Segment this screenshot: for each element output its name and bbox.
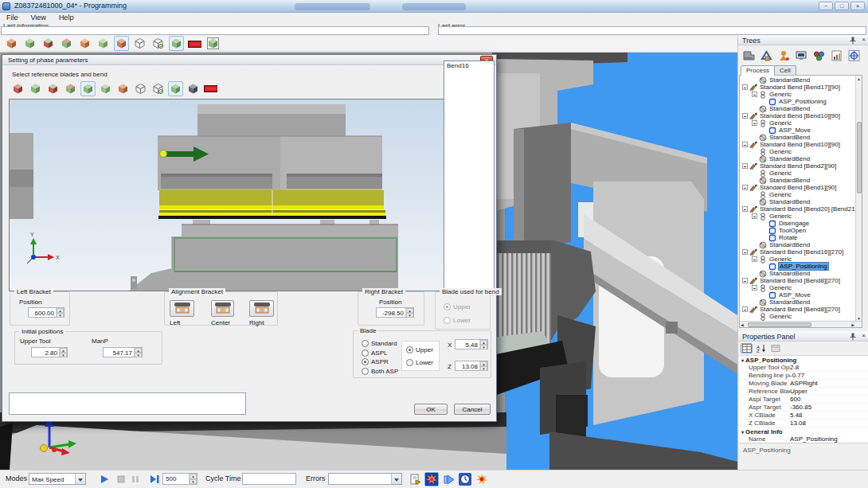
- property-pages-icon[interactable]: [769, 343, 781, 353]
- tree-item[interactable]: Standard Bend [Bend17][90]: [741, 84, 855, 91]
- errors-select[interactable]: [328, 473, 402, 485]
- trees-panel-header[interactable]: Trees ×: [738, 35, 868, 45]
- menu-view[interactable]: View: [25, 13, 53, 21]
- scroll-up-icon[interactable]: ▲: [856, 76, 862, 81]
- alignment-right-button[interactable]: [249, 300, 274, 317]
- tree-item[interactable]: StandardBend: [741, 105, 855, 112]
- bend-list-item[interactable]: Bend16: [444, 61, 494, 69]
- tree-item[interactable]: Generic: [741, 91, 855, 98]
- menu-help[interactable]: Help: [53, 13, 80, 21]
- close-icon[interactable]: ×: [862, 36, 866, 43]
- tree-item[interactable]: Standard Bend [Bend10][90]: [741, 141, 855, 148]
- collision-alert-icon[interactable]: [475, 472, 489, 486]
- tree-item[interactable]: Generic: [741, 170, 855, 177]
- tree-item[interactable]: ASP_Move: [741, 291, 855, 299]
- blade-cube-redgreen-icon[interactable]: [45, 81, 61, 96]
- mode-select[interactable]: Max Speed: [29, 473, 86, 485]
- collapse-icon[interactable]: [752, 256, 757, 262]
- close-icon[interactable]: ×: [862, 332, 866, 339]
- tree-item[interactable]: Generic: [741, 119, 855, 127]
- step-forward-icon[interactable]: [441, 472, 456, 486]
- part-cube-green-icon[interactable]: [22, 36, 37, 51]
- maximize-button[interactable]: □: [835, 2, 849, 10]
- blade-cube-green-icon[interactable]: [28, 81, 43, 96]
- last-error-field[interactable]: [438, 26, 866, 35]
- blade-side-lower-radio[interactable]: Lower: [406, 359, 433, 366]
- ok-button[interactable]: OK: [414, 404, 448, 415]
- collapse-icon[interactable]: [742, 278, 748, 283]
- blade-cube-orange-icon[interactable]: [115, 81, 131, 96]
- tree-vscroll-thumb[interactable]: [857, 122, 862, 193]
- spin-down-icon[interactable]: ▾: [480, 366, 487, 371]
- tab-process[interactable]: Process: [741, 65, 775, 76]
- cycle-time-field[interactable]: [242, 473, 296, 485]
- properties-panel-header[interactable]: Properties Panel ×: [738, 331, 868, 342]
- collapse-icon[interactable]: [742, 113, 748, 119]
- blade-reference-green-icon[interactable]: [80, 81, 96, 96]
- tree-item[interactable]: ToolOpen: [741, 227, 855, 234]
- tree-horizontal-scrollbar[interactable]: ◀ ▶: [740, 321, 862, 327]
- focus-icon[interactable]: [846, 49, 862, 64]
- alignment-center-button[interactable]: [211, 300, 234, 317]
- blade-type-aspl-radio[interactable]: ASPL: [362, 349, 387, 357]
- blade-type-both-asp-radio[interactable]: Both ASP: [362, 368, 398, 375]
- last-information-field[interactable]: [1, 26, 429, 35]
- close-button[interactable]: ×: [850, 2, 865, 10]
- property-row[interactable]: Bending line pos-0.77: [739, 372, 868, 380]
- pause-button[interactable]: [127, 472, 142, 486]
- pin-icon[interactable]: [850, 333, 856, 342]
- tree-item[interactable]: ASP_Positioning: [741, 263, 855, 270]
- play-button[interactable]: [97, 472, 111, 486]
- spin-down-icon[interactable]: ▾: [135, 353, 142, 357]
- export-report-icon[interactable]: [408, 472, 422, 486]
- spinner-buttons[interactable]: ▴▾: [134, 348, 142, 357]
- blade-3d-view[interactable]: Y X: [9, 99, 446, 291]
- step-to-end-button[interactable]: [147, 472, 162, 486]
- cycle-timer-icon[interactable]: [458, 472, 472, 486]
- collapse-icon[interactable]: [752, 120, 757, 126]
- spin-down-icon[interactable]: ▾: [60, 353, 67, 357]
- blade-cube-green2-icon[interactable]: [98, 81, 113, 96]
- collapse-icon[interactable]: [742, 185, 748, 190]
- blade-wireframe-icon[interactable]: [133, 81, 148, 96]
- property-category[interactable]: ▾ASP_Positioning: [739, 356, 868, 364]
- scroll-right-icon[interactable]: ▶: [851, 322, 854, 327]
- tree-item[interactable]: StandardBend: [741, 241, 855, 248]
- part-cube-orange-icon[interactable]: [4, 36, 19, 51]
- tree-item[interactable]: StandardBend: [741, 134, 855, 141]
- collision-check-icon[interactable]: [424, 472, 439, 486]
- tree-item[interactable]: StandardBend: [741, 299, 855, 306]
- chevron-down-icon[interactable]: [75, 474, 85, 484]
- collapse-triangle-icon[interactable]: ▾: [741, 357, 744, 363]
- property-row[interactable]: Aspl Target600: [739, 396, 868, 404]
- right-bracket-position-spinner[interactable]: -298.50 ▴▾: [376, 307, 414, 318]
- spinner-buttons[interactable]: ▴▾: [479, 361, 487, 370]
- blade-cube-red-icon[interactable]: [10, 81, 25, 96]
- blade-cube-greenred-icon[interactable]: [63, 81, 78, 96]
- cancel-button[interactable]: Cancel: [454, 404, 491, 415]
- reference-cube-icon[interactable]: [114, 36, 129, 51]
- tree-item[interactable]: Standard Bend [Bend10][90]: [741, 112, 855, 119]
- tree-item[interactable]: Standard Bend [Bend2][90]: [741, 162, 855, 170]
- bend-cube-redgreen-icon[interactable]: [41, 36, 56, 51]
- tree-item[interactable]: Standard Bend [Bend1][90]: [741, 184, 855, 191]
- manp-spinner[interactable]: 547.17▴▾: [103, 347, 143, 357]
- collapse-icon[interactable]: [742, 163, 748, 169]
- blade-led-icon[interactable]: [203, 81, 218, 96]
- collapse-icon[interactable]: [742, 306, 748, 312]
- blade-cube-dark-icon[interactable]: [186, 81, 201, 96]
- tree-item[interactable]: Standard Bend [Bend16][270]: [741, 248, 855, 256]
- tree-item[interactable]: Generic: [741, 313, 855, 320]
- cell-monitor-icon[interactable]: [794, 49, 809, 64]
- boxed-cube-icon[interactable]: [205, 36, 221, 51]
- tree-item[interactable]: StandardBend: [741, 198, 855, 205]
- blade-type-standard-radio[interactable]: Standard: [362, 340, 397, 347]
- machine-icon[interactable]: [741, 49, 757, 64]
- process-tree[interactable]: StandardBendStandard Bend [Bend17][90]Ge…: [739, 75, 862, 328]
- property-row[interactable]: Reference BladeUpper: [739, 388, 868, 396]
- upper-tool-spinner[interactable]: 2.80▴▾: [31, 347, 68, 357]
- solid-cube-icon[interactable]: [169, 36, 184, 51]
- collapse-icon[interactable]: [742, 249, 748, 255]
- tree-item[interactable]: Generic: [741, 148, 855, 155]
- categorized-icon[interactable]: [741, 343, 753, 353]
